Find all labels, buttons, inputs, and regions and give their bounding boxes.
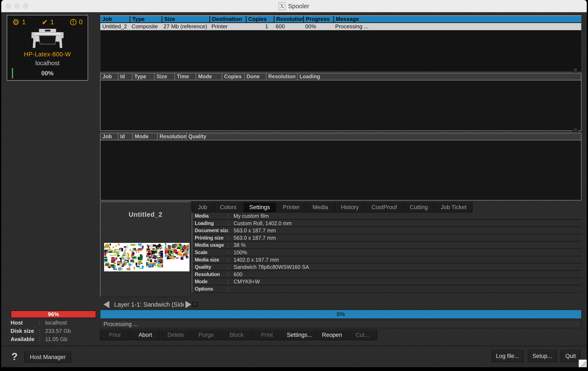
column-header-type[interactable]: Type (130, 16, 162, 22)
setting-row-options: Options : (192, 286, 581, 293)
setting-row-media-usage: Media usage : 38 % (192, 242, 581, 249)
layer-option-box[interactable] (193, 302, 197, 307)
setting-colon: : (228, 278, 234, 285)
setting-value: CMYK8+W (234, 278, 581, 285)
column-header-copies[interactable]: Copies (222, 73, 244, 80)
setting-colon: : (228, 271, 234, 278)
block-button[interactable]: Block (222, 330, 251, 340)
column-header-job[interactable]: Job (101, 133, 118, 140)
column-header-id[interactable]: Id (118, 73, 132, 80)
check-icon: ✔ (42, 18, 48, 26)
setting-value: 600 (234, 271, 581, 278)
column-header-id[interactable]: Id (118, 133, 132, 140)
abort-button[interactable]: Abort (131, 330, 160, 340)
tab-job[interactable]: Job (192, 202, 213, 212)
job-cell-resolution: 600 (274, 23, 303, 30)
setting-colon: : (228, 256, 234, 263)
setting-colon: : (228, 242, 234, 248)
tab-cutting[interactable]: Cutting (404, 202, 434, 212)
host-label: Host (10, 320, 39, 328)
setting-label: Quality (192, 264, 228, 270)
setting-colon: : (228, 264, 234, 270)
preview-thumbnail-strip[interactable] (104, 243, 189, 271)
disk-size-label: Disk size (10, 328, 39, 336)
title-area: X Spooler (1, 0, 587, 12)
column-header-resolution[interactable]: Resolution (266, 73, 297, 80)
tab-costproof[interactable]: CostProof (365, 202, 403, 212)
queue-table-header: Job Id Type Size Time Mode Copies Done R… (101, 73, 581, 80)
available-row: Available : 11.05 Gb (10, 336, 99, 344)
tab-colors[interactable]: Colors (214, 202, 243, 212)
column-header-size[interactable]: Size (162, 16, 210, 22)
main-area: ⚙ 1 ✔ 1 ! 0 (1, 12, 587, 367)
print-button[interactable]: Print (252, 330, 282, 340)
layers-table-header: Job Id Mode Resolution Quality (101, 133, 581, 140)
column-header-resolution[interactable]: Resolution (157, 133, 186, 140)
column-header-loading[interactable]: Loading (297, 73, 581, 80)
splitter-handle[interactable] (573, 68, 578, 73)
column-header-message[interactable]: Message (333, 16, 581, 22)
setting-value: 38 % (234, 242, 581, 248)
warning-icon: ! (70, 19, 76, 25)
settings-button[interactable]: Settings... (283, 330, 316, 340)
column-header-size[interactable]: Size (154, 73, 174, 80)
setting-label: Mode (192, 278, 228, 285)
setting-colon: : (228, 249, 234, 256)
column-header-done[interactable]: Done (244, 73, 266, 80)
splitter-handle[interactable] (573, 128, 578, 133)
tab-history[interactable]: History (335, 202, 365, 212)
setting-value: 563.0 x 187.7 mm (234, 234, 581, 241)
column-header-copies[interactable]: Copies (246, 16, 274, 22)
job-detail-tabs: Job Colors Settings Printer Media Histor… (192, 202, 472, 212)
setting-row-document-size: Document size : 563.0 x 187.7 mm (192, 227, 581, 234)
host-manager-button[interactable]: Host Manager (24, 351, 71, 362)
quit-button[interactable]: Quit (561, 350, 580, 362)
setup-button[interactable]: Setup... (528, 350, 557, 362)
prior-button[interactable]: Prior (100, 330, 130, 340)
preview-thumbnail-1 (104, 243, 144, 271)
setting-row-scale: Scale : 100% (192, 249, 581, 256)
tab-media[interactable]: Media (306, 202, 334, 212)
setting-value: 1402.0 x 197.7 mm (234, 256, 581, 263)
column-header-mode[interactable]: Mode (196, 73, 222, 80)
column-header-time[interactable]: Time (174, 73, 196, 80)
printer-name: HP-Latex-800-W (7, 51, 88, 58)
help-icon[interactable]: ? (11, 351, 18, 362)
setting-row-printing-size: Printing size : 563.0 x 187.7 mm (192, 234, 581, 242)
tab-settings[interactable]: Settings (243, 202, 276, 212)
setting-label: Media (192, 212, 228, 219)
job-row-selected[interactable]: Untitled_2 Composite 27 Mb (reference) P… (100, 23, 581, 30)
column-header-resolution[interactable]: Resolution (274, 16, 303, 22)
delete-button[interactable]: Delete (161, 330, 190, 340)
column-header-job[interactable]: Job (100, 16, 130, 22)
setting-colon: : (228, 234, 234, 241)
setting-value: Sandwich 78p6c80WSW160 SA (234, 264, 581, 270)
log-file-button[interactable]: Log file... (492, 350, 523, 362)
tab-job-ticket[interactable]: Job Ticket (435, 202, 473, 212)
setting-label: Scale (192, 249, 228, 256)
setting-value: Custom Roll, 1402.0 mm (234, 220, 581, 227)
next-layer-arrow-icon[interactable] (185, 301, 191, 308)
available-colon: : (39, 336, 45, 344)
column-header-destination[interactable]: Destination (210, 16, 246, 22)
column-header-mode[interactable]: Mode (132, 133, 157, 140)
printer-status-panel[interactable]: ⚙ 1 ✔ 1 ! 0 (7, 15, 88, 81)
nesting-count: 1 (22, 18, 26, 26)
previous-layer-arrow-icon[interactable] (104, 301, 109, 308)
column-header-quality[interactable]: Quality (186, 133, 581, 140)
setting-value: 100% (234, 249, 581, 256)
cut-button[interactable]: Cut... (348, 330, 377, 340)
host-value: localhost (45, 320, 99, 328)
status-message: Processing ... (100, 320, 581, 328)
reopen-button[interactable]: Reopen (317, 330, 347, 340)
column-header-job[interactable]: Job (101, 73, 118, 80)
column-header-type[interactable]: Type (132, 73, 154, 80)
tab-printer[interactable]: Printer (277, 202, 306, 212)
column-header-progress[interactable]: Progress (303, 16, 333, 22)
global-progress-bar: 0% (100, 310, 581, 319)
preview-thumbnail-2 (146, 243, 163, 267)
resize-grip-icon[interactable] (579, 360, 587, 367)
purge-button[interactable]: Purge (191, 330, 221, 340)
active-jobs-panel: Job Type Size Destination Copies Resolut… (100, 15, 581, 71)
layer-label: Layer 1-1: Sandwich (Side A (114, 301, 184, 308)
